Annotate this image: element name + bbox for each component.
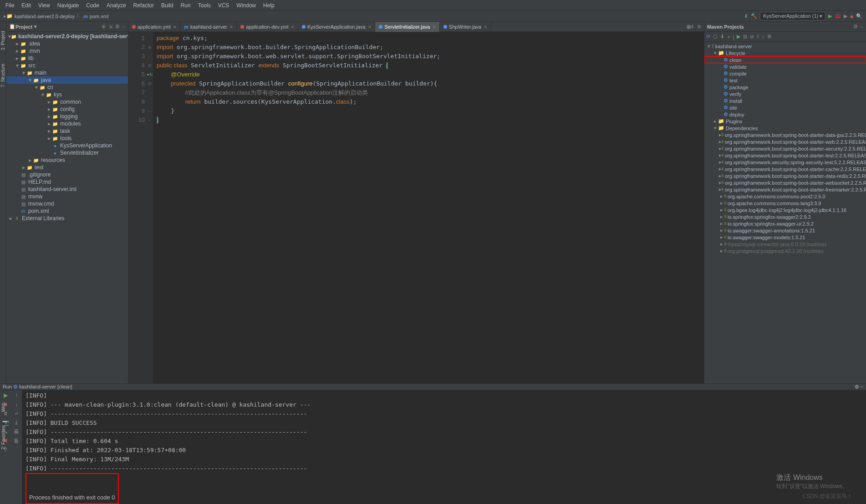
hammer-icon[interactable]: 🔨: [751, 13, 757, 19]
gear-icon[interactable]: ⚙: [853, 24, 858, 30]
debug-button[interactable]: 🐞: [835, 13, 841, 19]
menu-view[interactable]: View: [35, 1, 54, 10]
execute-icon[interactable]: ⊟: [743, 34, 747, 40]
menu-window[interactable]: Window: [233, 1, 260, 10]
download-icon[interactable]: ⬇: [720, 34, 724, 40]
coverage-button[interactable]: ▶: [844, 13, 847, 19]
collapse-icon[interactable]: ⇲: [108, 24, 112, 30]
gear-icon[interactable]: ⚙: [115, 24, 120, 30]
collapse-all-icon[interactable]: ↕: [762, 34, 764, 40]
tree-node[interactable]: ▸📁test: [6, 164, 128, 171]
menu-analyze[interactable]: Analyze: [103, 1, 130, 10]
editor-tab[interactable]: KysServerApplication.java×: [298, 22, 375, 32]
tree-node[interactable]: ▸📁logging: [6, 113, 128, 120]
tree-node[interactable]: ▤HELP.md: [6, 178, 128, 186]
show-deps-icon[interactable]: ⫴: [757, 34, 759, 40]
tool-favorites[interactable]: 2: Favorites: [1, 426, 6, 449]
run-config-selector[interactable]: KysServerApplication (1) ▾: [760, 12, 825, 20]
lifecycle-package[interactable]: ⚙ package: [704, 84, 866, 91]
tree-node[interactable]: ▸📁task: [6, 127, 128, 135]
dependency-item[interactable]: ▸⫴org.springframework.security:spring-se…: [704, 159, 866, 166]
down-icon[interactable]: ↓: [15, 401, 18, 408]
dependency-item[interactable]: ▸⫴org.apache.commons:commons-pool2:2.5.0: [704, 193, 866, 200]
tree-node[interactable]: ●ServletInitializer: [6, 149, 128, 156]
dependency-item[interactable]: ▸⫴io.springfox:springfox-swagger2:2.9.2: [704, 213, 866, 220]
dependency-item[interactable]: ▸⫴org.bgee.log4jdbc-log4j2:log4jdbc-log4…: [704, 207, 866, 213]
tree-node[interactable]: ▾📁java: [6, 76, 128, 84]
dependency-item[interactable]: ▸⫴org.springframework.boot:spring-boot-s…: [704, 138, 866, 145]
tree-root[interactable]: ▾📁kashiland-server2.0-deploy [kashiland-…: [6, 33, 128, 40]
generate-sources-icon[interactable]: ⬡: [713, 34, 718, 40]
toggle-skip-tests-icon[interactable]: ⊘: [750, 34, 754, 40]
tree-node[interactable]: ▤mvnw.cmd: [6, 200, 128, 207]
run-maven-icon[interactable]: ▶: [737, 34, 740, 40]
tree-node[interactable]: ▸📁common: [6, 98, 128, 106]
lifecycle-deploy[interactable]: ⚙ deploy: [704, 111, 866, 118]
console-output[interactable]: [INFO] [INFO] --- maven-clean-plugin:3.1…: [22, 390, 866, 504]
maven-project-root[interactable]: ▾⫴ kashiland-server: [704, 43, 866, 50]
menu-build[interactable]: Build: [158, 1, 177, 10]
add-icon[interactable]: +: [727, 34, 730, 40]
close-icon[interactable]: ×: [291, 24, 294, 30]
menu-code[interactable]: Code: [82, 1, 103, 10]
tree-node[interactable]: ▸📁lib: [6, 55, 128, 62]
menu-run[interactable]: Run: [177, 1, 194, 10]
tree-node[interactable]: ●KysServerApplication: [6, 142, 128, 149]
dependency-item[interactable]: ▸⫴io.swagger:swagger-annotations:1.5.21: [704, 227, 866, 234]
scroll-icon[interactable]: ⤓: [14, 419, 19, 426]
gear-icon[interactable]: ⚙: [855, 384, 859, 389]
breadcrumb-project[interactable]: kashiland-server2.0-deploy: [15, 14, 75, 19]
lifecycle-compile[interactable]: ⚙ compile: [704, 70, 866, 77]
hide-icon[interactable]: −: [122, 24, 125, 30]
lifecycle-folder[interactable]: ▾📁 Lifecycle: [704, 50, 866, 56]
dependency-item[interactable]: ▸⫴org.springframework.boot:spring-boot-s…: [704, 131, 866, 138]
tree-node[interactable]: ▤.gitignore: [6, 171, 128, 178]
tree-node[interactable]: ▾📁cn: [6, 84, 128, 91]
close-icon[interactable]: ×: [484, 24, 487, 30]
dependency-item[interactable]: ▸⫴org.postgresql:postgresql:42.2.10 (run…: [704, 247, 866, 254]
dependencies-folder[interactable]: ▾📁 Dependencies: [704, 125, 866, 131]
tree-node[interactable]: ▤kashiland-server.iml: [6, 186, 128, 193]
search-icon[interactable]: 🔍: [856, 13, 862, 19]
project-tree[interactable]: ▾📁kashiland-server2.0-deploy [kashiland-…: [6, 32, 128, 383]
dependency-item[interactable]: ▸⫴io.swagger:swagger-models:1.5.21: [704, 234, 866, 241]
fold-gutter[interactable]: ⊕⊟●↻⊟⌐⌐: [147, 32, 153, 383]
editor-tab[interactable]: application.yml×: [128, 22, 180, 32]
lifecycle-clean[interactable]: ⚙ clean: [704, 56, 866, 63]
lifecycle-validate[interactable]: ⚙ validate: [704, 63, 866, 70]
dependency-item[interactable]: ▸⫴org.springframework.boot:spring-boot-s…: [704, 166, 866, 172]
lifecycle-verify[interactable]: ⚙ verify: [704, 91, 866, 97]
build-icon[interactable]: ⬇: [744, 13, 748, 19]
menu-edit[interactable]: Edit: [18, 1, 35, 10]
wrap-icon[interactable]: ⤶: [14, 410, 19, 417]
menu-navigate[interactable]: Navigate: [54, 1, 82, 10]
editor-tab[interactable]: ShpWriter.java×: [440, 22, 491, 32]
tool-structure[interactable]: 7: Structure: [0, 64, 5, 87]
menu-help[interactable]: Help: [260, 1, 278, 10]
external-libraries[interactable]: ▸⫴External Libraries: [6, 215, 128, 222]
dependency-item[interactable]: ▸⫴org.springframework.boot:spring-boot-s…: [704, 172, 866, 179]
tree-node[interactable]: ▸📁config: [6, 106, 128, 113]
tree-node[interactable]: ▸📁resources: [6, 156, 128, 164]
close-icon[interactable]: ×: [230, 24, 233, 30]
target-icon[interactable]: ⊕: [102, 24, 106, 30]
up-icon[interactable]: ↑: [15, 392, 18, 398]
print-icon[interactable]: 🖶: [14, 428, 19, 435]
hide-icon[interactable]: −: [861, 24, 863, 30]
hide-icon[interactable]: −: [861, 384, 863, 389]
code-editor[interactable]: package cn.kys; import org.springframewo…: [153, 32, 704, 383]
maven-tree[interactable]: ▾⫴ kashiland-server ▾📁 Lifecycle ⚙ clean…: [704, 42, 866, 383]
menu-refactor[interactable]: Refactor: [130, 1, 158, 10]
editor-tab[interactable]: application-dev.yml×: [237, 22, 298, 32]
plugins-folder[interactable]: ▸📁 Plugins: [704, 118, 866, 125]
rerun-button[interactable]: ▶: [4, 392, 8, 398]
dependency-item[interactable]: ▸⫴io.springfox:springfox-swagger-ui:2.9.…: [704, 220, 866, 227]
tree-node[interactable]: ▤mvnw: [6, 193, 128, 200]
tree-node[interactable]: mpom.xml: [6, 207, 128, 215]
lifecycle-install[interactable]: ⚙ install: [704, 97, 866, 104]
menu-tools[interactable]: Tools: [194, 1, 214, 10]
dependency-item[interactable]: ▸⫴org.springframework.boot:spring-boot-s…: [704, 152, 866, 159]
tree-node[interactable]: ▸📁tools: [6, 135, 128, 142]
tree-node[interactable]: ▾📁kys: [6, 91, 128, 98]
dependency-item[interactable]: ▸⫴mysql:mysql-connector-java:8.0.19 (run…: [704, 241, 866, 247]
